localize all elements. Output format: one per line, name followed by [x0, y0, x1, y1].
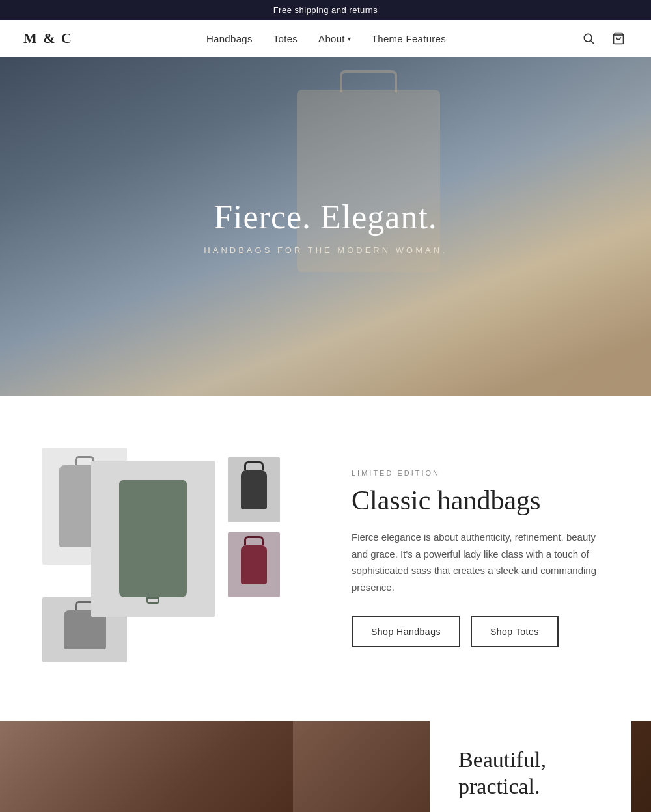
classic-title: Classic handbags: [352, 485, 599, 516]
svg-line-1: [591, 41, 594, 44]
search-icon: [582, 32, 595, 45]
announcement-bar: Free shipping and returns: [0, 0, 651, 20]
beautiful-text-card: Beautiful, practical. Our luxurious soft…: [430, 721, 631, 812]
nav-theme-features[interactable]: Theme Features: [372, 33, 446, 44]
header-icons: [579, 29, 628, 47]
nav-about-wrapper[interactable]: About ▾: [318, 33, 351, 44]
bag-image-right-mid: [228, 532, 280, 597]
svg-point-0: [584, 34, 592, 42]
hero-section: Fierce. Elegant. HANDBAGS FOR THE MODERN…: [0, 57, 651, 396]
nav-totes[interactable]: Totes: [273, 33, 298, 44]
nav-about[interactable]: About: [318, 33, 345, 44]
limited-edition-label: LIMITED EDITION: [352, 469, 599, 477]
hero-content: Fierce. Elegant. HANDBAGS FOR THE MODERN…: [204, 198, 447, 255]
beautiful-section: Beautiful, practical. Our luxurious soft…: [0, 721, 651, 812]
classic-section: LIMITED EDITION Classic handbags Fierce …: [0, 396, 651, 721]
shop-handbags-button[interactable]: Shop Handbags: [352, 616, 460, 647]
site-logo[interactable]: M & C: [23, 30, 73, 47]
classic-text: LIMITED EDITION Classic handbags Fierce …: [352, 469, 599, 647]
search-button[interactable]: [579, 29, 598, 47]
cart-icon: [612, 32, 625, 45]
classic-buttons: Shop Handbags Shop Totes: [352, 616, 599, 647]
announcement-text: Free shipping and returns: [273, 5, 378, 15]
nav-handbags[interactable]: Handbags: [206, 33, 253, 44]
classic-images: [39, 435, 312, 682]
bag-image-main: [91, 461, 215, 617]
hero-title: Fierce. Elegant.: [204, 198, 447, 236]
chevron-down-icon: ▾: [348, 35, 351, 42]
cart-button[interactable]: [609, 29, 628, 47]
site-header: M & C Handbags Totes About ▾ Theme Featu…: [0, 20, 651, 57]
beautiful-left-overlay: [0, 721, 293, 812]
hero-subtitle: HANDBAGS FOR THE MODERN WOMAN.: [204, 245, 447, 255]
shop-totes-button[interactable]: Shop Totes: [471, 616, 559, 647]
main-nav: Handbags Totes About ▾ Theme Features: [206, 33, 446, 44]
classic-description: Fierce elegance is about authenticity, r…: [352, 529, 599, 595]
beautiful-title: Beautiful, practical.: [458, 747, 603, 800]
bag-image-right-top: [228, 457, 280, 522]
